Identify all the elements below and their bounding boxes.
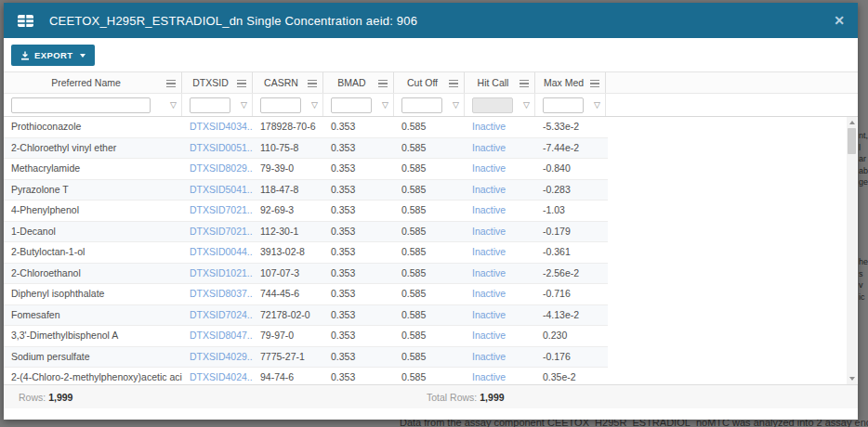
filter-input[interactable] (260, 97, 301, 113)
cell-dtxsid-link[interactable]: DTXSID8047... (182, 326, 253, 346)
cell-maxmed: -2.56e-2 (535, 264, 606, 284)
column-menu-icon[interactable] (237, 80, 246, 87)
filter-funnel-icon[interactable]: ▽ (170, 100, 177, 110)
column-header[interactable]: BMAD (323, 72, 394, 93)
filter-input[interactable] (190, 97, 230, 113)
cell-dtxsid-link[interactable]: DTXSID7021... (182, 222, 253, 242)
cell-dtxsid-link[interactable]: DTXSID4034... (182, 117, 253, 137)
filter-funnel-icon[interactable]: ▽ (382, 100, 388, 110)
background-text-fragments-mid: hes vic (859, 256, 868, 303)
cell-hitcall-link[interactable]: Inactive (465, 264, 535, 284)
vertical-scrollbar[interactable] (847, 117, 857, 384)
modal-toolbar: EXPORT (4, 38, 858, 72)
scrollbar-thumb[interactable] (848, 128, 856, 154)
cell-maxmed: -0.361 (535, 242, 606, 263)
column-header[interactable]: Max Med (535, 72, 606, 93)
filter-funnel-icon[interactable]: ▽ (241, 100, 247, 110)
filter-input[interactable] (331, 97, 372, 113)
rows-count: Rows:1,999 (4, 392, 72, 403)
filter-funnel-icon[interactable]: ▽ (594, 100, 600, 110)
column-label: DTXSID (192, 77, 242, 88)
cell-preferred-name: 2-Chloroethyl vinyl ether (4, 138, 182, 159)
cell-hitcall-link[interactable]: Inactive (465, 242, 535, 263)
cell-dtxsid-link[interactable]: DTXSID1021... (182, 264, 253, 284)
background-text-fragment: l (859, 142, 868, 154)
cell-dtxsid-link[interactable]: DTXSID5041... (182, 180, 253, 201)
cell-casrn: 178928-70-6 (253, 117, 323, 137)
column-header[interactable]: Preferred Name (4, 72, 182, 93)
cell-preferred-name: Sodium persulfate (4, 347, 182, 368)
cell-dtxsid-link[interactable]: DTXSID4029... (182, 347, 253, 368)
column-header[interactable]: Hit Call (465, 72, 535, 93)
filter-funnel-icon[interactable]: ▽ (453, 100, 459, 110)
cell-hitcall-link[interactable]: Inactive (465, 117, 535, 137)
column-menu-icon[interactable] (308, 80, 317, 87)
cell-maxmed: -4.13e-2 (535, 305, 606, 326)
modal-titlebar: CEETOX_H295R_ESTRADIOL_dn Single Concent… (4, 3, 858, 38)
table-row: Prothioconazole DTXSID4034... 178928-70-… (4, 117, 608, 138)
cell-bmad: 0.353 (323, 180, 394, 201)
cell-bmad: 0.353 (323, 284, 394, 304)
cell-dtxsid-link[interactable]: DTXSID0051... (182, 138, 253, 159)
cell-hitcall-link[interactable]: Inactive (465, 180, 535, 201)
close-icon[interactable]: ✕ (834, 14, 845, 27)
cell-casrn: 112-30-1 (253, 222, 323, 242)
cell-bmad: 0.353 (323, 242, 394, 263)
cell-hitcall-link[interactable]: Inactive (465, 368, 535, 384)
table-grid-icon (17, 14, 34, 28)
cell-preferred-name: Methacrylamide (4, 159, 182, 179)
filter-input[interactable] (11, 97, 151, 113)
cell-preferred-name: 2-Butyloctan-1-ol (4, 242, 182, 263)
cell-hitcall-link[interactable]: Inactive (465, 284, 535, 304)
total-rows-value: 1,999 (480, 392, 504, 403)
cell-dtxsid-link[interactable]: DTXSID8029... (182, 159, 253, 179)
table-row: 2-Chloroethyl vinyl ether DTXSID0051... … (4, 138, 608, 160)
column-menu-icon[interactable] (590, 80, 599, 87)
cell-maxmed: -0.176 (535, 347, 606, 368)
cell-dtxsid-link[interactable]: DTXSID8037... (182, 284, 253, 304)
filter-input[interactable] (401, 97, 442, 113)
cell-hitcall-link[interactable]: Inactive (465, 326, 535, 346)
cell-preferred-name: 4-Phenylphenol (4, 201, 182, 221)
cell-dtxsid-link[interactable]: DTXSID4024... (182, 368, 253, 384)
filter-funnel-icon[interactable]: ▽ (523, 100, 530, 110)
cell-maxmed: -0.840 (535, 159, 606, 179)
cell-casrn: 110-75-8 (253, 138, 323, 159)
cell-hitcall-link[interactable]: Inactive (465, 222, 535, 242)
column-menu-icon[interactable] (378, 80, 388, 87)
column-menu-icon[interactable] (519, 80, 529, 87)
export-button[interactable]: EXPORT (11, 45, 95, 66)
table-header-row: Preferred Name DTXSID CASRN BMAD Cut Off… (4, 72, 858, 94)
cell-hitcall-link[interactable]: Inactive (465, 201, 535, 221)
column-header[interactable]: CASRN (253, 72, 323, 93)
column-header[interactable]: DTXSID (182, 72, 253, 93)
filter-input[interactable] (543, 97, 584, 113)
column-menu-icon[interactable] (166, 80, 176, 87)
cell-casrn: 118-47-8 (253, 180, 323, 201)
cell-preferred-name: 2-Chloroethanol (4, 264, 182, 284)
filter-funnel-icon[interactable]: ▽ (311, 100, 318, 110)
cell-bmad: 0.353 (323, 264, 394, 284)
filter-cell: ▽ (394, 94, 465, 116)
filter-input[interactable] (472, 97, 513, 113)
cell-hitcall-link[interactable]: Inactive (465, 305, 535, 326)
column-header[interactable]: Cut Off (394, 72, 465, 93)
column-menu-icon[interactable] (449, 80, 458, 87)
cell-dtxsid-link[interactable]: DTXSID0044... (182, 242, 253, 263)
cell-dtxsid-link[interactable]: DTXSID7024... (182, 305, 253, 326)
cell-maxmed: -7.44e-2 (535, 138, 606, 159)
cell-bmad: 0.353 (323, 201, 394, 221)
cell-preferred-name: Fomesafen (4, 305, 182, 326)
cell-hitcall-link[interactable]: Inactive (465, 347, 535, 368)
cell-hitcall-link[interactable]: Inactive (465, 159, 535, 179)
cell-hitcall-link[interactable]: Inactive (465, 138, 535, 159)
column-label: Hit Call (478, 77, 522, 88)
cell-preferred-name: Diphenyl isophthalate (4, 284, 182, 304)
scroll-down-icon[interactable] (849, 377, 855, 381)
cell-cutoff: 0.585 (394, 326, 465, 346)
cell-bmad: 0.353 (323, 117, 394, 137)
cell-casrn: 92-69-3 (253, 201, 323, 221)
cell-preferred-name: 1-Decanol (4, 222, 182, 242)
scroll-up-icon[interactable] (849, 121, 855, 124)
cell-dtxsid-link[interactable]: DTXSID7021... (182, 201, 253, 221)
